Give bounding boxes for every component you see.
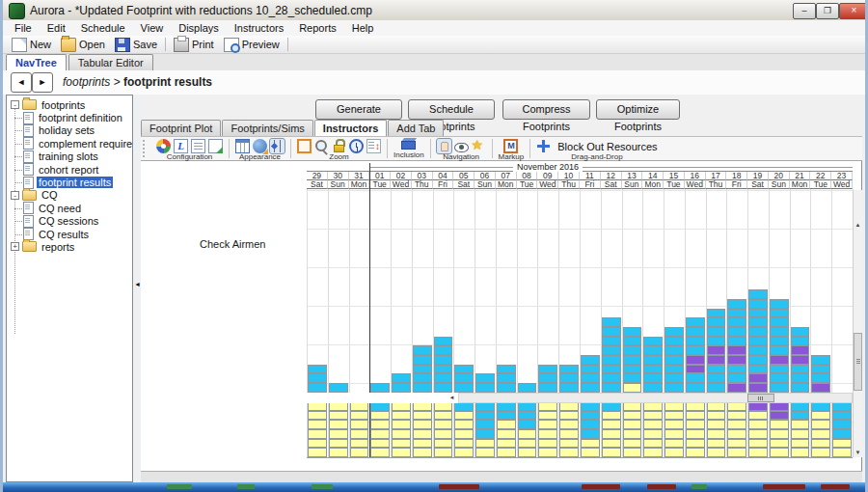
footprint-cell-yellow[interactable] [329,448,348,457]
footprint-cell-cyan[interactable] [497,411,516,421]
footprint-cell-yellow[interactable] [350,448,369,457]
horizontal-scroll-thumb[interactable] [747,394,774,402]
menu-item-reports[interactable]: Reports [291,22,344,34]
footprint-cell-yellow[interactable] [350,439,369,449]
footprint-cell-yellow[interactable] [370,439,390,449]
footprint-cell-cyan[interactable] [602,327,621,337]
footprint-cell-cyan[interactable] [413,365,432,374]
footprint-cell-yellow[interactable] [832,448,852,457]
footprint-cell-yellow[interactable] [748,411,768,421]
footprint-cell-cyan[interactable] [770,345,789,355]
footprint-cell-yellow[interactable] [434,411,453,421]
footprint-cell-cyan[interactable] [602,383,621,393]
footprint-cell-cyan[interactable] [748,289,768,299]
footprint-cell-yellow[interactable] [727,411,746,421]
report-icon[interactable] [191,139,205,153]
footprint-cell-cyan[interactable] [707,309,726,318]
optimize-footprints-button[interactable]: Optimize Footprints [596,99,680,120]
footprint-cell-yellow[interactable] [518,439,537,449]
tab-add-tab[interactable]: Add Tab [388,120,444,136]
footprint-cell-yellow[interactable] [748,439,768,449]
tree-item-footprints[interactable]: -footprints [7,98,132,111]
menu-item-edit[interactable]: Edit [40,22,73,34]
footprint-cell-cyan[interactable] [475,429,495,439]
footprint-cell-yellow[interactable] [727,448,746,457]
footprint-cell-cyan[interactable] [581,411,600,421]
footprint-cell-cyan[interactable] [707,383,726,393]
tree-toggle-icon[interactable]: + [11,242,19,251]
footprint-cell-yellow[interactable] [559,448,579,457]
footprint-cell-cyan[interactable] [707,373,726,383]
footprint-cell-yellow[interactable] [308,439,327,449]
footprint-cell-cyan[interactable] [602,337,621,346]
footprint-cell-cyan[interactable] [308,365,327,374]
footprint-cell-yellow[interactable] [434,429,453,439]
footprint-cell-purple[interactable] [770,355,789,365]
footprint-cell-yellow[interactable] [475,448,495,457]
footprint-cell-cyan[interactable] [623,327,642,337]
footprint-cell-purple[interactable] [791,345,810,355]
footprint-cell-purple[interactable] [748,383,768,393]
schedule-footprints-button[interactable]: Schedule Footprints [408,99,495,120]
footprint-cell-yellow[interactable] [308,420,327,429]
footprint-cell-yellow[interactable] [686,448,705,457]
footprint-cell-cyan[interactable] [581,355,600,365]
footprint-cell-cyan[interactable] [643,373,663,383]
pan-icon[interactable] [437,139,451,153]
tab-tabular-editor[interactable]: Tabular Editor [68,54,153,70]
edit-icon[interactable] [208,139,223,153]
footprint-cell-cyan[interactable] [811,365,830,374]
footprint-cell-yellow[interactable] [643,448,663,457]
footprint-cell-cyan[interactable] [727,337,746,346]
slider-icon[interactable] [270,139,285,153]
footprint-cell-cyan[interactable] [370,383,390,393]
footprint-cell-yellow[interactable] [770,448,789,457]
footprint-cell-cyan[interactable] [727,317,746,327]
tree-item-training-slots[interactable]: training slots [7,150,132,163]
footprint-cell-cyan[interactable] [811,355,830,365]
footprint-cell-cyan[interactable] [643,383,663,393]
footprint-cell-cyan[interactable] [748,309,768,318]
footprint-cell-yellow[interactable] [811,420,830,429]
footprint-cell-cyan[interactable] [454,365,474,374]
table-icon[interactable] [235,139,250,153]
tree-item-footprint-results[interactable]: footprint results [7,176,132,188]
footprint-cell-cyan[interactable] [643,355,663,365]
footprint-cell-cyan[interactable] [770,327,789,337]
tree-item-complement-requirements[interactable]: complement requirements [7,137,132,150]
footprint-cell-cyan[interactable] [770,365,789,374]
palette-icon[interactable] [156,139,171,153]
footprint-cell-cyan[interactable] [434,355,453,365]
footprint-cell-yellow[interactable] [602,411,621,421]
footprint-cell-purple[interactable] [770,411,789,421]
close-button[interactable]: × [839,3,868,19]
footprint-cell-yellow[interactable] [643,420,663,429]
footprint-cell-yellow[interactable] [686,429,705,439]
zoom-fit-icon[interactable] [366,139,381,153]
footprint-cell-cyan[interactable] [791,411,810,421]
footprint-cell-cyan[interactable] [707,337,726,346]
footprint-cell-cyan[interactable] [623,365,642,374]
footprint-cell-yellow[interactable] [497,420,516,429]
footprint-cell-cyan[interactable] [686,383,705,393]
footprint-cell-yellow[interactable] [581,439,600,449]
tree-item-cq-need[interactable]: CQ need [7,202,132,214]
footprint-cell-cyan[interactable] [748,327,768,337]
footprint-cell-yellow[interactable] [643,411,663,421]
title-bar[interactable]: Aurora - *Updated Footprint with reducti… [3,0,868,21]
footprint-cell-cyan[interactable] [727,373,746,383]
footprint-cell-cyan[interactable] [308,383,327,393]
star-icon[interactable] [472,139,486,153]
footprint-plot[interactable] [307,189,853,458]
footprint-cell-yellow[interactable] [832,439,852,449]
footprint-cell-purple[interactable] [727,345,746,355]
footprint-cell-yellow[interactable] [665,420,684,429]
zoom-select-icon[interactable] [297,139,312,153]
footprint-cell-cyan[interactable] [497,365,516,374]
footprint-cell-yellow[interactable] [454,411,474,421]
menu-item-displays[interactable]: Displays [171,22,227,34]
tree-toggle-icon[interactable]: - [11,100,19,109]
footprint-cell-cyan[interactable] [770,299,789,309]
footprint-cell-yellow[interactable] [329,429,348,439]
tab-footprints-sims[interactable]: Footprints/Sims [222,120,312,136]
